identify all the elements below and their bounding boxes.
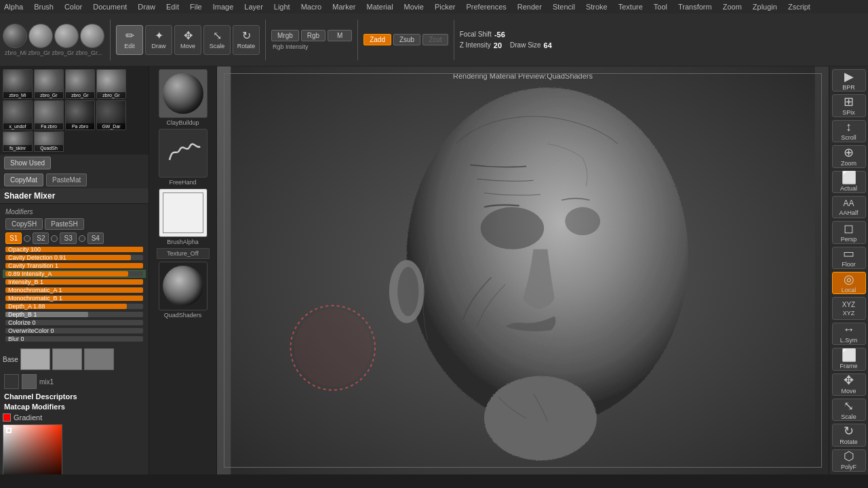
bpr-button[interactable]: ▶ BPR — [832, 69, 866, 92]
brush-texture-off[interactable]: Texture_Off — [157, 248, 210, 259]
mat-thumb-3[interactable]: zbro_Gr — [65, 69, 95, 99]
slot-s3-button[interactable]: S3 — [60, 232, 76, 244]
menu-file[interactable]: File — [189, 3, 203, 11]
depth-b-slider[interactable]: Depth_B 1 — [5, 312, 143, 317]
colorize-slider[interactable]: Colorize 0 — [5, 320, 143, 325]
copy-sh-button[interactable]: CopySH — [5, 218, 43, 230]
mat-ball-1[interactable] — [3, 24, 27, 48]
cavity-transition-slider[interactable]: Cavity Transition 1 — [5, 263, 143, 268]
slot-a[interactable] — [20, 348, 50, 370]
mat-thumb-8[interactable]: GW_Dar — [96, 100, 126, 130]
brush-alpha[interactable]: BrushAlpha — [157, 188, 210, 245]
menu-render[interactable]: Render — [516, 3, 543, 11]
floor-button[interactable]: ▭ Floor — [832, 247, 866, 269]
slot-s1-button[interactable]: S1 — [5, 232, 22, 244]
viewport[interactable]: Rendering Material Preview:QuadShaders — [217, 66, 829, 474]
slot-col[interactable] — [84, 348, 114, 370]
mat-thumb-4[interactable]: zbro_Gr — [96, 69, 126, 99]
menu-stencil[interactable]: Stencil — [551, 3, 576, 11]
m-button[interactable]: M — [328, 30, 352, 41]
zadd-button[interactable]: Zadd — [363, 34, 391, 45]
rgb-button[interactable]: Rgb — [301, 30, 326, 41]
mat-ball-3[interactable] — [54, 24, 79, 48]
menu-macro[interactable]: Macro — [300, 3, 323, 11]
cavity-detection-slider[interactable]: Cavity Detection 0.91 — [5, 255, 143, 260]
mat-thumb-9[interactable]: fs_skinr — [3, 131, 33, 152]
menu-texture[interactable]: Texture — [617, 3, 644, 11]
xyz-button[interactable]: XYZ XYZ — [832, 297, 866, 319]
gradient-color-indicator[interactable] — [3, 413, 11, 422]
menu-picker[interactable]: Picker — [433, 3, 457, 11]
mat-ball-2[interactable] — [28, 24, 53, 48]
actual-button[interactable]: ⬜ Actual — [832, 171, 866, 193]
intensity-b-slider[interactable]: Intensity_B 1 — [5, 279, 143, 285]
mix1-swatch-dark[interactable] — [4, 374, 19, 389]
move-right-button[interactable]: ✥ Move — [832, 373, 866, 396]
opacity-slider[interactable]: Opacity 100 — [5, 247, 143, 252]
mono-a-slider[interactable]: Monochromatic_A 1 — [5, 287, 143, 293]
mat-thumb-1[interactable]: zbro_Mi — [3, 69, 33, 99]
edit-button[interactable]: ✏ Edit — [116, 25, 143, 55]
frame-button[interactable]: ⬜ Frame — [832, 348, 866, 370]
draw-button[interactable]: ✦ Draw — [145, 25, 172, 55]
mix1-swatch-mid[interactable] — [22, 374, 37, 389]
rotate-right-button[interactable]: ↻ Rotate — [832, 424, 866, 446]
spix-button[interactable]: ⊞ SPix — [832, 94, 866, 117]
mat-thumb-10[interactable]: QuadSh — [34, 131, 64, 152]
mat-thumb-6[interactable]: Fa zbro — [34, 100, 64, 130]
menu-edit[interactable]: Edit — [165, 3, 180, 11]
scale-right-button[interactable]: ⤡ Scale — [832, 399, 866, 421]
paste-mat-button[interactable]: PasteMat — [46, 174, 87, 186]
aahalf-button[interactable]: AA AAHalf — [832, 196, 866, 218]
menu-preferences[interactable]: Preferences — [465, 3, 508, 11]
menu-color[interactable]: Color — [63, 3, 83, 11]
zcut-button[interactable]: Zcut — [422, 34, 448, 45]
menu-zoom[interactable]: Zoom — [722, 3, 743, 11]
mat-thumb-7[interactable]: Pa zbro — [65, 100, 95, 130]
menu-document[interactable]: Document — [92, 3, 128, 11]
mat-ball-4[interactable] — [80, 24, 104, 48]
brush-clay-buildup[interactable]: ClayBuildup — [157, 69, 210, 126]
mat-thumb-2[interactable]: zbro_Gr — [34, 69, 64, 99]
scroll-button[interactable]: ↕ Scroll — [832, 120, 866, 142]
mono-b-slider[interactable]: Monochromatic_B 1 — [5, 296, 143, 301]
brush-freehand[interactable]: FreeHand — [157, 129, 210, 186]
color-picker[interactable] — [3, 424, 62, 474]
rotate-button[interactable]: ↻ Rotate — [233, 25, 260, 55]
menu-tool[interactable]: Tool — [652, 3, 669, 11]
move-button[interactable]: ✥ Move — [174, 25, 201, 55]
menu-transform[interactable]: Transform — [677, 3, 713, 11]
menu-marker[interactable]: Marker — [331, 3, 357, 11]
paste-sh-button[interactable]: PasteSH — [45, 218, 83, 230]
menu-layer[interactable]: Layer — [243, 3, 264, 11]
slot-b[interactable] — [52, 348, 82, 370]
scale-button[interactable]: ⤡ Scale — [203, 25, 231, 55]
menu-movie[interactable]: Movie — [403, 3, 425, 11]
menu-light[interactable]: Light — [273, 3, 292, 11]
lsym-button[interactable]: ↔ L.Sym — [832, 323, 866, 345]
menu-brush[interactable]: Brush — [33, 3, 55, 11]
local-button[interactable]: ◎ Local — [832, 272, 866, 294]
slot-s2-button[interactable]: S2 — [33, 232, 49, 244]
menu-stroke[interactable]: Stroke — [585, 3, 609, 11]
polyf-button[interactable]: ⬡ PolyF — [832, 449, 866, 472]
slot-s1-radio[interactable] — [24, 235, 31, 242]
brush-quad-shaders[interactable]: QuadShaders — [157, 262, 210, 319]
menu-image[interactable]: Image — [212, 3, 235, 11]
slot-s3-radio[interactable] — [79, 235, 85, 242]
slot-s2-radio[interactable] — [51, 235, 58, 242]
zoom-button[interactable]: ⊕ Zoom — [832, 145, 866, 167]
show-used-button[interactable]: Show Used — [4, 157, 51, 169]
menu-draw[interactable]: Draw — [136, 3, 157, 11]
zsub-button[interactable]: Zsub — [393, 34, 420, 45]
menu-zscript[interactable]: Zscript — [787, 3, 812, 11]
intensity-a-slider[interactable]: 0.89 Intensity_A — [5, 271, 143, 277]
depth-a-slider[interactable]: Depth_A 1.88 — [5, 304, 143, 309]
slot-s4-button[interactable]: S4 — [87, 232, 104, 244]
viewport-canvas[interactable]: Rendering Material Preview:QuadShaders — [217, 66, 829, 474]
blur-slider[interactable]: Blur 0 — [5, 336, 143, 342]
menu-zplugin[interactable]: Zplugin — [751, 3, 778, 11]
menu-alpha[interactable]: Alpha — [3, 3, 24, 11]
mat-thumb-5[interactable]: x_undof — [3, 100, 33, 130]
overwrite-color-slider[interactable]: OverwriteColor 0 — [5, 328, 143, 333]
